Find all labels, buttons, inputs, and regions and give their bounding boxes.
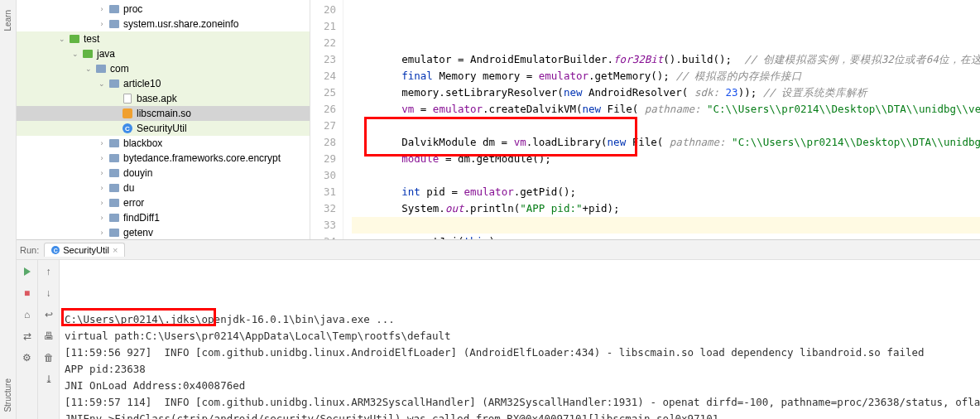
- tree-item-label: getenv: [123, 227, 153, 238]
- tree-item-com[interactable]: ⌄com: [17, 61, 310, 76]
- run-toolbar-primary: ■ ⌂ ⇄ ⚙: [17, 260, 38, 419]
- line-number: 32: [310, 200, 336, 217]
- editor-gutter: 202122232425262728293031323334: [310, 0, 343, 239]
- tree-item-getenv[interactable]: ›getenv: [17, 225, 310, 239]
- line-number: 22: [310, 35, 336, 51]
- class-icon: C: [121, 123, 134, 133]
- console-output[interactable]: C:\Users\pr0214\.jdks\openjdk-16.0.1\bin…: [60, 260, 980, 419]
- stop-button[interactable]: ■: [19, 285, 36, 301]
- close-icon[interactable]: ×: [113, 245, 118, 255]
- chevron-right-icon[interactable]: ›: [96, 214, 108, 222]
- tree-item-finddiff1[interactable]: ›findDiff1: [17, 210, 310, 225]
- tree-item-label: douyin: [123, 167, 152, 179]
- tree-item-label: findDiff1: [123, 212, 160, 224]
- run-config-name: SecurityUtil: [63, 245, 109, 255]
- line-number: 20: [310, 2, 336, 18]
- line-number: 28: [310, 134, 336, 151]
- run-config-tab[interactable]: C SecurityUtil ×: [44, 243, 125, 257]
- chevron-down-icon[interactable]: ⌄: [56, 35, 68, 43]
- line-number: 27: [310, 118, 336, 134]
- run-label: Run:: [20, 245, 39, 255]
- folder-icon: [108, 5, 121, 13]
- tree-item-label: com: [110, 63, 129, 75]
- folder-icon: [108, 184, 121, 192]
- line-number: 31: [310, 184, 336, 200]
- tree-item-java[interactable]: ⌄java: [17, 46, 310, 61]
- folder-icon: [68, 35, 81, 43]
- rerun-button[interactable]: [19, 263, 36, 280]
- folder-icon: [108, 199, 121, 207]
- run-panel-header: Run: C SecurityUtil ×: [17, 240, 980, 260]
- project-tree[interactable]: ›proc›system.usr.share.zoneinfo⌄test⌄jav…: [17, 0, 310, 239]
- tree-item-label: bytedance.frameworks.core.encrypt: [123, 152, 281, 164]
- code-line[interactable]: [352, 167, 980, 184]
- code-line[interactable]: [352, 118, 980, 134]
- play-icon: [24, 267, 31, 276]
- code-line[interactable]: [352, 217, 980, 234]
- folder-icon: [108, 214, 121, 222]
- chevron-down-icon[interactable]: ⌄: [70, 50, 81, 58]
- code-line[interactable]: System.out.println("APP pid:"+pid);: [352, 200, 980, 217]
- code-line[interactable]: memory.setLibraryResolver(new AndroidRes…: [352, 84, 980, 101]
- console-line: C:\Users\pr0214\.jdks\openjdk-16.0.1\bin…: [65, 311, 975, 328]
- tree-item-bytedance-frameworks-core-encrypt[interactable]: ›bytedance.frameworks.core.encrypt: [17, 151, 310, 166]
- code-line[interactable]: emulator = AndroidEmulatorBuilder.for32B…: [352, 51, 980, 68]
- console-line: JNI OnLoad Address:0x400876ed: [65, 378, 975, 394]
- scroll-end-button[interactable]: ⤓: [41, 371, 57, 388]
- down-button[interactable]: ↓: [41, 285, 57, 301]
- code-line[interactable]: int pid = emulator.getPid();: [352, 184, 980, 200]
- clear-button[interactable]: 🗑: [41, 349, 57, 366]
- tree-item-label: proc: [123, 3, 142, 15]
- tree-item-test[interactable]: ⌄test: [17, 31, 310, 46]
- code-line[interactable]: DalvikModule dm = vm.loadLibrary(new Fil…: [352, 134, 980, 151]
- folder-icon: [108, 229, 121, 237]
- soft-wrap-button[interactable]: ↩: [41, 306, 57, 323]
- editor-code-area[interactable]: emulator = AndroidEmulatorBuilder.for32B…: [343, 0, 980, 239]
- tree-item-securityutil[interactable]: CSecurityUtil: [17, 121, 310, 136]
- settings-button[interactable]: ⚙: [19, 349, 36, 366]
- tree-item-douyin[interactable]: ›douyin: [17, 166, 310, 181]
- tree-item-error[interactable]: ›error: [17, 195, 310, 210]
- chevron-right-icon[interactable]: ›: [96, 169, 108, 177]
- code-line[interactable]: vm.setJni(this);: [352, 234, 980, 239]
- tree-item-label: blackbox: [123, 137, 162, 149]
- tree-item-system-usr-share-zoneinfo[interactable]: ›system.usr.share.zoneinfo: [17, 17, 310, 31]
- chevron-down-icon[interactable]: ⌄: [83, 65, 94, 73]
- chevron-right-icon[interactable]: ›: [96, 199, 108, 207]
- chevron-right-icon[interactable]: ›: [96, 139, 108, 147]
- tree-item-proc[interactable]: ›proc: [17, 2, 310, 17]
- tree-item-label: libscmain.so: [137, 108, 191, 119]
- line-number: 29: [310, 151, 336, 167]
- up-button[interactable]: ↑: [41, 263, 57, 280]
- tree-item-du[interactable]: ›du: [17, 181, 310, 195]
- code-line[interactable]: final Memory memory = emulator.getMemory…: [352, 68, 980, 84]
- tree-item-libscmain-so[interactable]: libscmain.so: [17, 106, 310, 121]
- chevron-right-icon[interactable]: ›: [96, 5, 108, 13]
- chevron-right-icon[interactable]: ›: [96, 154, 108, 162]
- print-button[interactable]: 🖶: [41, 328, 57, 344]
- left-tool-strip: Learn Structure: [0, 0, 17, 419]
- code-line[interactable]: vm = emulator.createDalvikVM(new File( p…: [352, 101, 980, 118]
- line-number: 30: [310, 167, 336, 184]
- console-line: virtual path:C:\Users\pr0214\AppData\Loc…: [65, 328, 975, 344]
- learn-tab[interactable]: Learn: [3, 10, 12, 31]
- folder-icon: [81, 50, 94, 58]
- layout-button[interactable]: ⇄: [19, 328, 36, 344]
- folder-icon: [108, 139, 121, 147]
- tree-item-blackbox[interactable]: ›blackbox: [17, 136, 310, 151]
- code-line[interactable]: module = dm.getModule();: [352, 151, 980, 167]
- line-number: 34: [310, 234, 336, 239]
- chevron-right-icon[interactable]: ›: [96, 229, 108, 237]
- folder-icon: [94, 65, 108, 73]
- file-icon: [121, 94, 134, 104]
- camera-button[interactable]: ⌂: [19, 306, 36, 323]
- line-number: 33: [310, 217, 336, 234]
- chevron-right-icon[interactable]: ›: [96, 184, 108, 192]
- code-editor[interactable]: 202122232425262728293031323334 emulator …: [310, 0, 980, 239]
- tree-item-article10[interactable]: ⌄article10: [17, 76, 310, 91]
- line-number: 25: [310, 84, 336, 101]
- tree-item-base-apk[interactable]: base.apk: [17, 91, 310, 106]
- chevron-down-icon[interactable]: ⌄: [96, 79, 108, 88]
- structure-tab[interactable]: Structure: [3, 378, 12, 412]
- chevron-right-icon[interactable]: ›: [96, 20, 108, 28]
